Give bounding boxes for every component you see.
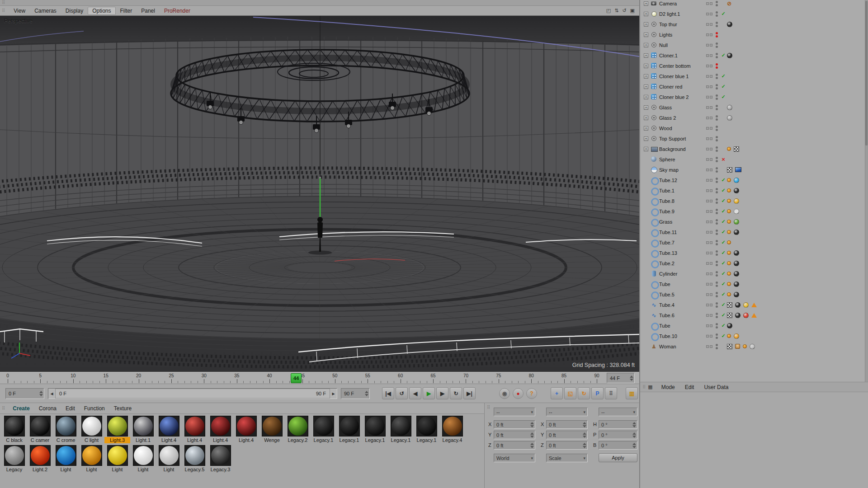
slider-right-arrow-icon[interactable]: ▶ xyxy=(330,389,337,399)
enabled-check-icon[interactable]: ✓ xyxy=(720,175,726,185)
attribute-menu-user-data[interactable]: User Data xyxy=(699,383,733,391)
enabled-check-icon[interactable]: ✓ xyxy=(720,185,726,196)
timeline-layout-button[interactable]: ▥ xyxy=(626,387,638,399)
tag-dot-icon[interactable] xyxy=(727,261,731,265)
enabled-check-icon[interactable]: ✓ xyxy=(720,331,726,341)
visibility-dots[interactable] xyxy=(716,331,718,341)
object-row[interactable]: +Lights xyxy=(640,29,868,40)
object-row[interactable]: +Cloner red✓ xyxy=(640,81,868,92)
visibility-dots[interactable] xyxy=(716,0,718,9)
layer-chips[interactable] xyxy=(706,19,713,29)
coord-field[interactable]: 0 ft xyxy=(546,441,588,450)
layer-chip-icon[interactable] xyxy=(710,221,712,223)
render-visibility-dot[interactable] xyxy=(716,347,718,349)
material-tag-icon[interactable] xyxy=(734,178,739,183)
layer-chip-icon[interactable] xyxy=(706,96,709,99)
render-visibility-dot[interactable] xyxy=(716,243,718,245)
material-tag-icon[interactable] xyxy=(727,323,732,328)
layer-chips[interactable] xyxy=(706,185,713,196)
layer-chips[interactable] xyxy=(706,279,713,289)
material-item[interactable]: Legacy xyxy=(1,445,27,473)
layer-chip-icon[interactable] xyxy=(706,127,709,130)
render-visibility-dot[interactable] xyxy=(716,181,718,183)
editor-visibility-dot[interactable] xyxy=(716,219,718,221)
layer-chip-icon[interactable] xyxy=(706,13,709,15)
material-item[interactable]: Light xyxy=(156,445,182,473)
layer-chips[interactable] xyxy=(706,237,713,248)
visibility-dots[interactable] xyxy=(716,113,718,123)
visibility-dots[interactable] xyxy=(716,196,718,206)
layer-chip-icon[interactable] xyxy=(706,210,709,213)
expand-icon[interactable]: + xyxy=(644,116,648,120)
editor-visibility-dot[interactable] xyxy=(716,105,718,107)
editor-visibility-dot[interactable] xyxy=(716,333,718,336)
layer-chip-icon[interactable] xyxy=(710,54,712,57)
layer-chip-icon[interactable] xyxy=(706,272,709,275)
editor-visibility-dot[interactable] xyxy=(716,84,718,86)
visibility-dots[interactable] xyxy=(716,9,718,19)
visibility-dots[interactable] xyxy=(716,237,718,248)
material-tag-icon[interactable] xyxy=(734,230,739,235)
material-tag-icon[interactable] xyxy=(734,198,739,204)
enabled-check-icon[interactable]: ✓ xyxy=(720,300,726,310)
tag-dot-icon[interactable] xyxy=(727,334,731,338)
visibility-dots[interactable] xyxy=(716,206,718,216)
object-row[interactable]: Tube.1✓ xyxy=(640,185,868,196)
layer-chip-icon[interactable] xyxy=(710,304,712,306)
material-tag-icon[interactable] xyxy=(735,302,741,308)
editor-visibility-dot[interactable] xyxy=(716,302,718,305)
editor-visibility-dot[interactable] xyxy=(716,250,718,253)
editor-visibility-dot[interactable] xyxy=(716,157,718,159)
layer-chips[interactable] xyxy=(706,310,713,320)
layer-chips[interactable] xyxy=(706,113,713,123)
tag-dot-icon[interactable] xyxy=(727,272,731,276)
editor-visibility-dot[interactable] xyxy=(716,240,718,242)
visibility-dots[interactable] xyxy=(716,279,718,289)
object-row[interactable]: +D2 light.1✓ xyxy=(640,9,868,19)
editor-visibility-dot[interactable] xyxy=(716,32,718,34)
compositing-tag-icon[interactable] xyxy=(727,344,732,349)
object-row[interactable]: ♟Woman xyxy=(640,341,868,352)
layer-chips[interactable] xyxy=(706,0,713,9)
layer-chip-icon[interactable] xyxy=(710,262,712,265)
visibility-dots[interactable] xyxy=(716,268,718,279)
layer-chip-icon[interactable] xyxy=(706,44,709,47)
render-visibility-dot[interactable] xyxy=(716,87,718,89)
layer-chip-icon[interactable] xyxy=(706,241,709,244)
material-item[interactable]: Light.4 xyxy=(156,416,182,443)
layer-chips[interactable] xyxy=(706,154,713,164)
play-button[interactable]: ▶ xyxy=(423,387,435,399)
material-item[interactable]: Light xyxy=(79,445,104,473)
layer-chip-icon[interactable] xyxy=(706,2,709,5)
field-stepper[interactable] xyxy=(583,443,586,448)
visibility-dots[interactable] xyxy=(716,258,718,268)
render-visibility-dot[interactable] xyxy=(716,25,718,27)
field-stepper[interactable] xyxy=(583,422,586,427)
editor-visibility-dot[interactable] xyxy=(716,126,718,128)
visibility-dots[interactable] xyxy=(716,144,718,154)
autokey-help-button[interactable]: ? xyxy=(526,388,537,399)
viewport-toggle-icon[interactable]: ▣ xyxy=(630,8,635,14)
enabled-check-icon[interactable]: ✓ xyxy=(720,50,726,61)
layer-chips[interactable] xyxy=(706,50,713,61)
layer-chip-icon[interactable] xyxy=(710,200,712,202)
visibility-dots[interactable] xyxy=(716,92,718,102)
expand-icon[interactable]: + xyxy=(644,22,648,27)
field-stepper[interactable] xyxy=(630,375,633,381)
keyframe-button[interactable]: ◉ xyxy=(499,388,510,399)
material-tag-icon[interactable] xyxy=(750,344,755,349)
layer-chip-icon[interactable] xyxy=(706,148,709,150)
layer-chips[interactable] xyxy=(706,81,713,92)
object-row[interactable]: Tube.10✓ xyxy=(640,331,868,341)
editor-visibility-dot[interactable] xyxy=(716,292,718,294)
layer-chip-icon[interactable] xyxy=(706,324,709,327)
material-tab-texture[interactable]: Texture xyxy=(109,404,136,413)
layer-chip-icon[interactable] xyxy=(710,85,712,88)
coord-field[interactable]: 0 ft xyxy=(546,420,588,429)
object-row[interactable]: Sky map xyxy=(640,164,868,175)
material-item[interactable]: C crome xyxy=(53,416,79,443)
visibility-dots[interactable] xyxy=(716,40,718,50)
material-item[interactable]: Legacy.1 xyxy=(414,416,439,443)
viewport-undo-icon[interactable]: ↺ xyxy=(622,8,626,14)
material-item[interactable]: Light xyxy=(53,445,79,473)
